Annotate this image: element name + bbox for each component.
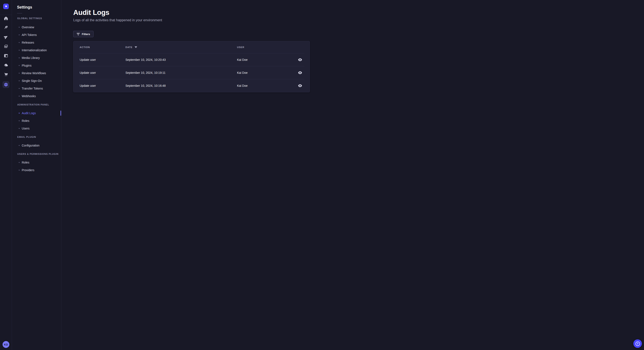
table-row[interactable]: Update user September 10, 2024, 10:19:11…: [74, 66, 310, 79]
bullet-icon: [19, 27, 20, 28]
sidebar-item-review-workflows[interactable]: Review Workflows: [12, 69, 61, 77]
column-header-date[interactable]: DATE: [126, 46, 237, 48]
cell-date: September 10, 2024, 10:16:48: [126, 84, 237, 87]
eye-icon: [298, 58, 302, 61]
table-row[interactable]: Update user September 10, 2024, 10:16:48…: [74, 79, 310, 92]
view-details-button[interactable]: [297, 57, 304, 62]
home-icon: [4, 16, 8, 21]
section-label-administration-panel: ADMINISTRATION PANEL: [12, 103, 61, 107]
view-details-button[interactable]: [297, 83, 304, 88]
filter-icon: [77, 33, 80, 35]
bullet-icon: [19, 80, 20, 81]
cell-action: Update user: [80, 71, 126, 74]
sort-desc-icon[interactable]: [134, 46, 137, 48]
strapi-logo[interactable]: [3, 3, 9, 9]
cell-user: Kai Doe: [237, 58, 294, 61]
sidebar-item-webhooks[interactable]: Webhooks: [12, 92, 61, 100]
subnav-title-divider: [17, 13, 22, 13]
sidebar-item-audit-logs[interactable]: Audit Logs: [12, 109, 61, 117]
page-title: Audit Logs: [73, 8, 322, 17]
sidebar-item-releases[interactable]: Releases: [12, 39, 61, 46]
column-header-user: USER: [237, 46, 294, 48]
filters-button-label: Filters: [82, 32, 90, 36]
cloud-icon: [4, 63, 8, 67]
sidebar-item-internationalization[interactable]: Internationalization: [12, 46, 61, 54]
cart-icon: [4, 72, 8, 77]
section-label-global-settings: GLOBAL SETTINGS: [12, 16, 61, 20]
cell-action: Update user: [80, 84, 126, 87]
main-nav-rail: KD: [0, 0, 12, 175]
sidebar-item-single-sign-on[interactable]: Single Sign-On: [12, 77, 61, 85]
bullet-icon: [19, 113, 20, 114]
sidebar-item-email-configuration[interactable]: Configuration: [12, 142, 61, 149]
nav-deploy[interactable]: [4, 34, 8, 39]
page-subtitle: Logs of all the activities that happened…: [73, 18, 322, 22]
section-label-email-plugin: EMAIL PLUGIN: [12, 135, 61, 139]
cell-date: September 10, 2024, 10:20:43: [126, 58, 237, 61]
bullet-icon: [19, 42, 20, 43]
cell-user: Kai Doe: [237, 71, 294, 74]
bullet-icon: [19, 120, 20, 121]
gear-icon: [4, 82, 8, 87]
nav-cloud[interactable]: [4, 62, 8, 68]
bullet-icon: [19, 88, 20, 89]
sidebar-item-admin-users[interactable]: Users: [12, 125, 61, 132]
table-header-row: ACTION DATE USER: [74, 41, 310, 53]
sidebar-item-media-library[interactable]: Media Library: [12, 54, 61, 62]
eye-icon: [298, 71, 302, 74]
nav-content-type-builder[interactable]: [4, 53, 8, 58]
sidebar-item-transfer-tokens[interactable]: Transfer Tokens: [12, 85, 61, 92]
cell-date: September 10, 2024, 10:19:11: [126, 71, 237, 74]
sidebar-item-admin-roles[interactable]: Roles: [12, 117, 61, 125]
paper-plane-icon: [4, 35, 8, 39]
view-details-button[interactable]: [297, 70, 304, 75]
cell-action: Update user: [80, 58, 126, 61]
audit-logs-table: ACTION DATE USER Update user September 1…: [73, 41, 310, 92]
sidebar-item-api-tokens[interactable]: API Tokens: [12, 31, 61, 39]
bullet-icon: [19, 50, 20, 51]
bullet-icon: [19, 162, 20, 163]
strapi-logo-icon: [4, 5, 8, 8]
nav-marketplace[interactable]: [4, 72, 8, 77]
bullet-icon: [19, 73, 20, 74]
bullet-icon: [19, 65, 20, 66]
nav-settings[interactable]: [2, 81, 9, 88]
subnav-title: Settings: [17, 5, 61, 10]
table-row[interactable]: Update user September 10, 2024, 10:20:43…: [74, 53, 310, 66]
bullet-icon: [19, 128, 20, 129]
layout-icon: [4, 53, 8, 58]
main-content: Audit Logs Logs of all the activities th…: [61, 0, 322, 175]
bullet-icon: [19, 96, 20, 97]
bullet-icon: [19, 57, 20, 58]
sidebar-item-up-providers[interactable]: Providers: [12, 166, 61, 174]
sidebar-item-overview[interactable]: Overview: [12, 23, 61, 31]
filters-button[interactable]: Filters: [73, 31, 94, 37]
feather-icon: [4, 25, 8, 30]
nav-content-manager[interactable]: [4, 25, 8, 30]
nav-media-library[interactable]: [4, 44, 8, 49]
bullet-icon: [19, 170, 20, 171]
bullet-icon: [19, 34, 20, 35]
eye-icon: [298, 84, 302, 87]
section-label-users-permissions-plugin: USERS & PERMISSIONS PLUGIN: [12, 152, 61, 156]
column-header-action: ACTION: [80, 46, 126, 48]
images-icon: [4, 44, 8, 49]
bullet-icon: [19, 145, 20, 146]
settings-subnav: Settings GLOBAL SETTINGS Overview API To…: [12, 0, 61, 175]
sidebar-item-plugins[interactable]: Plugins: [12, 62, 61, 69]
nav-home[interactable]: [4, 16, 8, 21]
cell-user: Kai Doe: [237, 84, 294, 87]
sidebar-item-up-roles[interactable]: Roles: [12, 159, 61, 166]
